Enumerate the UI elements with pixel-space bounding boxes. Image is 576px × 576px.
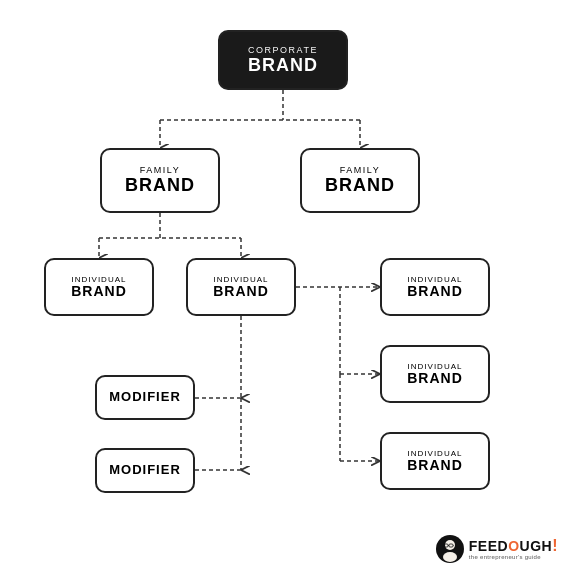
individual-brand-4-box: INDIVIDUAL BRAND bbox=[380, 345, 490, 403]
diagram: CORPORATE BRAND FAMILY BRAND FAMILY BRAN… bbox=[0, 0, 576, 576]
svg-point-18 bbox=[445, 540, 455, 550]
individual-brand-1-box: INDIVIDUAL BRAND bbox=[44, 258, 154, 316]
mod2-main-label: MODIFIER bbox=[109, 463, 181, 477]
family1-main-label: BRAND bbox=[125, 176, 195, 196]
family2-main-label: BRAND bbox=[325, 176, 395, 196]
family-brand-2-box: FAMILY BRAND bbox=[300, 148, 420, 213]
family-brand-1-box: FAMILY BRAND bbox=[100, 148, 220, 213]
ind2-main-label: BRAND bbox=[213, 284, 269, 299]
feedough-text: FEEDOUGH! the entrepreneur's guide bbox=[469, 538, 558, 560]
ind4-main-label: BRAND bbox=[407, 371, 463, 386]
ind5-main-label: BRAND bbox=[407, 458, 463, 473]
modifier-2-box: MODIFIER bbox=[95, 448, 195, 493]
individual-brand-3-box: INDIVIDUAL BRAND bbox=[380, 258, 490, 316]
corporate-brand-box: CORPORATE BRAND bbox=[218, 30, 348, 90]
individual-brand-2-box: INDIVIDUAL BRAND bbox=[186, 258, 296, 316]
corporate-top-label: CORPORATE bbox=[248, 45, 318, 56]
corporate-main-label: BRAND bbox=[248, 56, 318, 76]
individual-brand-5-box: INDIVIDUAL BRAND bbox=[380, 432, 490, 490]
feedough-logo: FEEDOUGH! the entrepreneur's guide bbox=[435, 534, 558, 564]
mod1-main-label: MODIFIER bbox=[109, 390, 181, 404]
svg-point-24 bbox=[443, 552, 457, 562]
feedough-brand-name: FEEDOUGH! bbox=[469, 538, 558, 554]
feedough-icon bbox=[435, 534, 465, 564]
feedough-tagline: the entrepreneur's guide bbox=[469, 554, 558, 560]
modifier-1-box: MODIFIER bbox=[95, 375, 195, 420]
ind3-main-label: BRAND bbox=[407, 284, 463, 299]
ind1-main-label: BRAND bbox=[71, 284, 127, 299]
